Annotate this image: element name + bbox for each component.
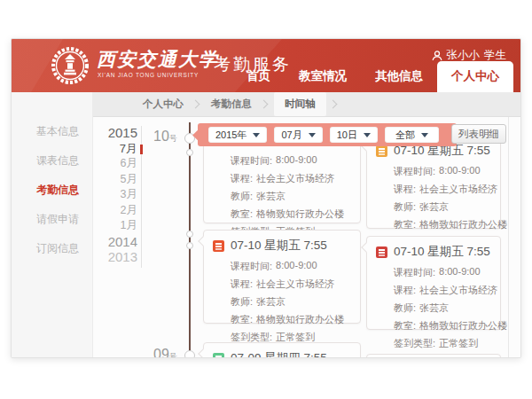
- card-field-row: 教师:张芸京: [231, 190, 351, 203]
- card-field-row: 课程时间:8:00-9:00: [231, 260, 351, 273]
- attendance-card: 07-10 星期五 7:55 课程时间:8:00-9:00课程:社会主义市场经济…: [366, 135, 501, 229]
- card-title-row: 07-10 星期五 7:55: [376, 244, 491, 260]
- nav-personal-center[interactable]: 个人中心: [437, 61, 513, 92]
- chevron-down-icon: [364, 133, 371, 137]
- field-value: 8:00-9:00: [439, 165, 480, 178]
- year-select-value: 2015年: [215, 129, 246, 142]
- field-value: 张芸京: [256, 295, 286, 309]
- scale-may[interactable]: 5月: [121, 172, 137, 188]
- card-title: 07-10 星期五 7:55: [231, 238, 327, 254]
- sidebar-item-subscription-info[interactable]: 订阅信息: [12, 234, 92, 263]
- year-select[interactable]: 2015年: [208, 127, 267, 143]
- chevron-down-icon: [421, 133, 428, 137]
- user-icon: [432, 51, 442, 61]
- card-field-row: 课程:社会主义市场经济: [231, 278, 351, 291]
- nav-home[interactable]: 首页: [245, 61, 272, 92]
- card-fields: 课程时间:8:00-9:00课程:社会主义市场经济教师:张芸京教室:格物致知行政…: [213, 154, 351, 239]
- scale-july-active[interactable]: 7月: [120, 141, 137, 157]
- nav-classrooms[interactable]: 教室情况: [297, 61, 348, 92]
- filter-bar: 2015年 07月 10日 全部: [198, 123, 457, 146]
- field-value: 格物致知行政办公楼: [419, 218, 507, 231]
- field-label: 教师:: [231, 190, 253, 203]
- breadcrumb-personal-center[interactable]: 个人中心: [137, 98, 189, 111]
- scale-march[interactable]: 3月: [121, 187, 137, 203]
- field-label: 签到类型:: [394, 337, 435, 350]
- month-select[interactable]: 07月: [274, 127, 322, 143]
- card-field-row: 签到类型:正常签到: [394, 337, 491, 350]
- card-title-row: 07-09 星期四 7:55: [213, 350, 351, 358]
- day-select[interactable]: 10日: [330, 127, 378, 143]
- chevron-right-icon: [328, 100, 337, 109]
- day-number: 10: [153, 129, 169, 144]
- card-field-row: 教室:格物致知行政办公楼: [231, 313, 351, 326]
- breadcrumb-attendance-info[interactable]: 考勤信息: [206, 98, 257, 111]
- timeline-node-day09: [184, 350, 195, 358]
- chevron-down-icon: [253, 133, 260, 137]
- card-field-row: 教师:张芸京: [394, 301, 491, 315]
- scale-2015[interactable]: 2015: [108, 125, 137, 141]
- sidebar-item-attendance-info[interactable]: 考勤信息: [12, 176, 92, 205]
- field-value: 张芸京: [419, 301, 449, 315]
- university-name-cn: 西安交通大学: [97, 47, 219, 72]
- day-marker-10: 10号: [153, 129, 177, 145]
- chevron-right-icon: [192, 100, 200, 109]
- card-fields: 课程时间:8:00-9:00课程:社会主义市场经济教师:张芸京教室:格物致知行政…: [213, 260, 351, 344]
- nav-other-info[interactable]: 其他信息: [373, 61, 425, 92]
- timeline-scale: 2015 7月 6月 5月 3月 2月 1月 2014 2013: [100, 125, 137, 265]
- field-label: 教师:: [231, 295, 253, 309]
- scale-2013[interactable]: 2013: [108, 249, 137, 265]
- active-month-tick: [140, 145, 143, 154]
- timeline-node: [186, 149, 193, 156]
- card-field-row: 教室:格物致知行政办公楼: [394, 319, 491, 332]
- field-label: 课程:: [394, 183, 416, 196]
- field-value: 张芸京: [419, 200, 449, 214]
- sidebar: 基本信息 课表信息 考勤信息 请假申请 订阅信息: [12, 92, 93, 357]
- card-field-row: 教室:格物致知行政办公楼: [231, 207, 351, 221]
- app-window: 西安交通大学 XI'AN JIAO TONG UNIVERSITY 考勤服务 张…: [11, 38, 521, 358]
- sidebar-item-leave-request[interactable]: 请假申请: [12, 205, 92, 234]
- field-label: 课程:: [394, 284, 416, 297]
- scale-february[interactable]: 2月: [121, 203, 137, 219]
- list-detail-button[interactable]: 列表明细: [451, 124, 506, 144]
- field-value: 格物致知行政办公楼: [256, 313, 344, 326]
- card-field-row: 课程时间:8:00-9:00: [231, 154, 351, 168]
- breadcrumb-timeline[interactable]: 时间轴: [274, 92, 326, 116]
- scale-2014[interactable]: 2014: [108, 234, 137, 250]
- breadcrumb: 个人中心 考勤信息 时间轴: [93, 92, 520, 117]
- chevron-down-icon: [309, 133, 316, 137]
- card-title: 07-09 星期四 7:55: [231, 350, 327, 358]
- field-label: 课程:: [231, 278, 253, 291]
- card-field-row: 课程时间:8:00-9:00: [394, 266, 491, 279]
- scale-june[interactable]: 6月: [121, 156, 137, 172]
- field-label: 课程时间:: [231, 154, 272, 168]
- timeline-node: [186, 242, 193, 249]
- field-value: 8:00-9:00: [439, 266, 480, 279]
- field-label: 教师:: [394, 301, 416, 315]
- card-field-row: 教师:张芸京: [394, 200, 491, 214]
- type-select[interactable]: 全部: [385, 127, 439, 143]
- sidebar-item-basic-info[interactable]: 基本信息: [12, 117, 92, 146]
- field-value: 社会主义市场经济: [256, 172, 334, 185]
- field-value: 格物致知行政办公楼: [256, 207, 344, 221]
- card-fields: 课程时间:8:00-9:00课程:社会主义市场经济教师:张芸京教室:格物致知行政…: [376, 266, 491, 350]
- field-value: 正常签到: [439, 337, 478, 350]
- sidebar-item-schedule-info[interactable]: 课表信息: [12, 146, 92, 176]
- field-value: 张芸京: [256, 190, 286, 203]
- scale-january[interactable]: 1月: [121, 218, 137, 234]
- field-label: 教室:: [394, 218, 416, 231]
- card-field-row: 课程:社会主义市场经济: [394, 284, 491, 297]
- field-label: 课程时间:: [394, 165, 435, 178]
- card-field-row: 课程时间:8:00-9:00: [394, 165, 491, 178]
- month-select-value: 07月: [281, 129, 301, 142]
- day-marker-09: 09号: [153, 347, 177, 358]
- day-select-value: 10日: [337, 129, 357, 142]
- type-select-value: 全部: [395, 129, 415, 142]
- timeline-axis: [189, 122, 191, 357]
- signin-status-icon: [376, 246, 387, 258]
- top-nav: 首页 教室情况 其他信息 个人中心: [232, 61, 513, 92]
- field-value: 社会主义市场经济: [419, 183, 497, 196]
- day-suffix: 号: [169, 134, 177, 143]
- field-label: 课程时间:: [231, 260, 272, 273]
- timeline-node: [186, 231, 193, 238]
- attendance-card-clipped: [366, 354, 501, 358]
